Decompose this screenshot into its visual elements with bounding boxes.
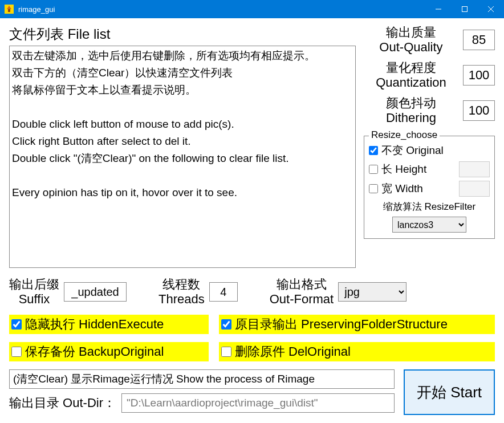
preserving-folder-checkbox[interactable] bbox=[221, 319, 231, 330]
threads-label: 线程数Threads bbox=[158, 277, 205, 307]
title-bar: rimage_gui bbox=[0, 0, 504, 18]
process-output[interactable]: (清空Clear) 显示Rimage运行情况 Show the process … bbox=[9, 369, 395, 389]
format-select[interactable]: jpg bbox=[338, 282, 407, 302]
maximize-button[interactable] bbox=[452, 0, 478, 18]
dithering-label: 颜色抖动Dithering bbox=[364, 96, 458, 125]
resize-original-checkbox[interactable] bbox=[369, 146, 378, 155]
app-icon bbox=[5, 5, 14, 14]
svg-rect-3 bbox=[462, 7, 468, 12]
resize-width-label: 宽 Width bbox=[381, 181, 456, 196]
quantization-label: 量化程度Quantization bbox=[364, 60, 458, 90]
resize-width-input[interactable] bbox=[459, 181, 490, 197]
quality-label: 输出质量Out-Quality bbox=[364, 25, 458, 55]
window-title: rimage_gui bbox=[18, 5, 425, 14]
resize-filter-label: 缩放算法 ResizeFilter bbox=[369, 200, 490, 213]
del-original-check[interactable]: 删除原件 DelOriginal bbox=[219, 342, 495, 361]
dithering-input[interactable] bbox=[463, 100, 495, 121]
resize-filter-select[interactable]: lanczos3 bbox=[392, 217, 466, 233]
hidden-execute-checkbox[interactable] bbox=[11, 319, 22, 330]
backup-original-checkbox[interactable] bbox=[11, 347, 22, 357]
svg-rect-1 bbox=[8, 9, 10, 12]
resize-group-title: Resize_choose bbox=[369, 129, 440, 141]
del-original-checkbox[interactable] bbox=[221, 347, 231, 357]
resize-height-input[interactable] bbox=[459, 161, 490, 177]
minimize-button[interactable] bbox=[425, 0, 452, 18]
backup-original-check[interactable]: 保存备份 BackupOriginal bbox=[9, 342, 209, 361]
resize-groupbox: Resize_choose 不变 Original 长 Height 宽 Wid… bbox=[364, 136, 495, 239]
file-list-box[interactable]: 双击左键添加，选中后使用右键删除，所有选项均有相应提示。 双击下方的（清空Cle… bbox=[9, 46, 356, 268]
file-list-title: 文件列表 File list bbox=[9, 25, 356, 43]
resize-height-label: 长 Height bbox=[381, 162, 456, 177]
resize-width-checkbox[interactable] bbox=[369, 184, 378, 193]
quantization-input[interactable] bbox=[463, 65, 495, 86]
outdir-label: 输出目录 Out-Dir： bbox=[9, 394, 116, 412]
close-button[interactable] bbox=[478, 0, 504, 18]
preserving-folder-check[interactable]: 原目录输出 PreservingFolderStructure bbox=[219, 315, 495, 334]
resize-height-checkbox[interactable] bbox=[369, 165, 378, 174]
format-label: 输出格式Out-Format bbox=[270, 277, 334, 307]
start-button[interactable]: 开始 Start bbox=[404, 369, 495, 415]
hidden-execute-check[interactable]: 隐藏执行 HiddenExecute bbox=[9, 315, 209, 334]
threads-input[interactable] bbox=[209, 282, 238, 302]
resize-original-label: 不变 Original bbox=[381, 143, 444, 158]
suffix-input[interactable] bbox=[64, 282, 127, 302]
suffix-label: 输出后缀Suffix bbox=[9, 277, 59, 307]
quality-input[interactable] bbox=[463, 30, 495, 50]
outdir-input[interactable] bbox=[121, 393, 395, 413]
